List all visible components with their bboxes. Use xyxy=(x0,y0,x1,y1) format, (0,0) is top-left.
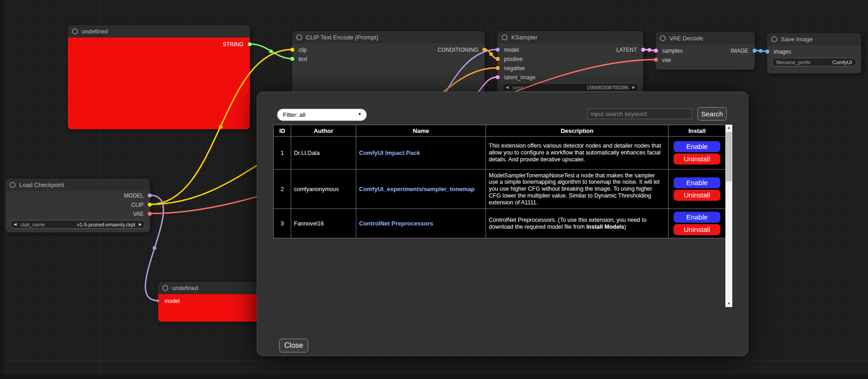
input-slot-label: text xyxy=(299,55,307,64)
enable-button[interactable]: Enable xyxy=(674,212,720,223)
extension-manager-dialog: Filter: all ▼ Search ID Author Name Desc… xyxy=(257,92,748,356)
filter-select[interactable]: Filter: all xyxy=(277,109,367,121)
wire-midpoint-dot xyxy=(153,246,156,250)
search-button[interactable]: Search xyxy=(697,107,727,121)
input-slot-label: vae xyxy=(662,55,671,65)
canvas-axis-horizontal xyxy=(4,361,868,361)
wire-midpoint-dot xyxy=(269,49,273,53)
node-title-bar[interactable]: Save Image xyxy=(767,33,861,45)
node-title: undefined xyxy=(82,28,108,35)
collapse-dot-icon[interactable] xyxy=(296,34,302,40)
node-undefined-top[interactable]: undefined STRING xyxy=(68,25,250,129)
input-pin-latent-image[interactable] xyxy=(496,75,500,79)
collapse-dot-icon[interactable] xyxy=(72,28,78,34)
table-row: 3 Fannovel16 ControlNet Preprocessors Co… xyxy=(274,209,726,238)
enable-button[interactable]: Enable xyxy=(674,141,720,152)
node-ksampler[interactable]: KSampler model positive negative latent_… xyxy=(498,31,643,95)
input-pin-positive[interactable] xyxy=(496,57,500,61)
wire-string-to-text xyxy=(250,44,292,59)
node-title-bar[interactable]: VAE Decode xyxy=(656,32,755,44)
node-load-checkpoint[interactable]: Load Checkpoint MODEL CLIP VAE ◀ ckpt_na… xyxy=(6,179,150,232)
filename-prefix-widget[interactable]: filename_prefix ComfyUI xyxy=(772,58,857,66)
input-pin-vae[interactable] xyxy=(654,58,658,62)
column-header-author: Author xyxy=(291,125,356,137)
collapse-dot-icon[interactable] xyxy=(660,35,666,41)
table-row: 2 comfyanonymous ComfyUI_experiments/sam… xyxy=(274,170,726,209)
node-title-bar[interactable]: CLIP Text Encode (Prompt) xyxy=(292,31,485,44)
input-slot-label: latent_image xyxy=(504,73,536,82)
previous-arrow-icon[interactable]: ◀ xyxy=(14,220,17,228)
node-body: images filename_prefix ComfyUI xyxy=(767,45,861,73)
column-header-description: Description xyxy=(486,125,669,137)
table-header-row: ID Author Name Description Install xyxy=(274,125,726,137)
node-title-bar[interactable]: KSampler xyxy=(498,31,643,44)
scrollbar-thumb[interactable] xyxy=(726,132,732,181)
input-pin-images[interactable] xyxy=(765,49,769,54)
widget-value: v1-5-pruned-emaonly.ckpt xyxy=(77,222,135,227)
output-slot-label: CLIP xyxy=(131,200,144,209)
ckpt-name-widget[interactable]: ◀ ckpt_name v1-5-pruned-emaonly.ckpt ▶ xyxy=(10,220,145,229)
node-title: undefined xyxy=(172,285,198,291)
output-pin-conditioning[interactable] xyxy=(482,48,487,52)
collapse-dot-icon[interactable] xyxy=(502,34,508,40)
node-body: model xyxy=(158,294,268,322)
uninstall-button[interactable]: Uninstall xyxy=(674,190,720,201)
canvas-edge-left xyxy=(0,0,4,379)
widget-value: 156680208700286 xyxy=(586,85,629,90)
input-slot-label: model xyxy=(165,297,180,306)
uninstall-button[interactable]: Uninstall xyxy=(674,224,720,235)
collapse-dot-icon[interactable] xyxy=(771,36,777,42)
enable-button[interactable]: Enable xyxy=(674,177,720,188)
widget-value: ComfyUI xyxy=(832,60,852,65)
output-pin-image[interactable] xyxy=(752,49,757,53)
node-title-bar[interactable]: undefined xyxy=(68,25,250,38)
input-slot-label: negative xyxy=(504,64,525,73)
description-text: ) xyxy=(624,224,626,230)
extension-name-link[interactable]: ControlNet Preprocessors xyxy=(359,220,433,227)
node-title-bar[interactable]: Load Checkpoint xyxy=(6,179,150,191)
extension-author: Dr.Lt.Data xyxy=(291,137,356,170)
next-arrow-icon[interactable]: ▶ xyxy=(139,220,142,228)
collapse-dot-icon[interactable] xyxy=(162,285,168,291)
output-slot-label: MODEL xyxy=(124,191,144,200)
graph-canvas[interactable]: undefined STRING CLIP Text Encode (Promp… xyxy=(0,0,868,379)
table-scrollbar[interactable]: ▲ ▼ xyxy=(725,125,732,307)
extension-name-link[interactable]: ComfyUI Impact Pack xyxy=(359,149,420,156)
collapse-dot-icon[interactable] xyxy=(10,182,16,188)
uninstall-button[interactable]: Uninstall xyxy=(674,154,720,165)
decrement-arrow-icon[interactable]: ◀ xyxy=(506,83,509,91)
wire-midpoint-dot xyxy=(759,49,763,53)
extension-author: comfyanonymous xyxy=(291,170,356,209)
extension-description: ModelSamplerTonemapNoiseTest a node that… xyxy=(486,170,669,209)
output-pin-string[interactable] xyxy=(248,42,252,46)
node-title: VAE Decode xyxy=(669,35,703,42)
output-slot-label: LATENT xyxy=(616,45,637,55)
input-pin-model[interactable] xyxy=(156,299,160,303)
scroll-down-icon[interactable]: ▼ xyxy=(725,301,732,307)
output-pin-model[interactable] xyxy=(148,193,152,198)
node-vae-decode[interactable]: VAE Decode samples vae IMAGE xyxy=(656,32,755,70)
wire-midpoint-dot xyxy=(489,52,493,56)
node-body: clip text CONDITIONING xyxy=(292,44,485,95)
column-header-id: ID xyxy=(274,125,291,137)
extension-name-link[interactable]: ComfyUI_experiments/sampler_tonemap xyxy=(359,186,475,192)
node-clip-text-encode[interactable]: CLIP Text Encode (Prompt) clip text COND… xyxy=(292,31,485,95)
extension-table-container: ID Author Name Description Install 1 Dr.… xyxy=(273,125,732,307)
close-button[interactable]: Close xyxy=(279,339,308,352)
output-pin-latent[interactable] xyxy=(641,48,645,52)
output-pin-vae[interactable] xyxy=(148,212,152,216)
node-save-image[interactable]: Save Image images filename_prefix ComfyU… xyxy=(767,33,861,73)
node-title: Save Image xyxy=(781,36,813,43)
input-pin-text[interactable] xyxy=(290,57,294,61)
increment-arrow-icon[interactable]: ▶ xyxy=(632,83,635,91)
output-pin-clip[interactable] xyxy=(148,203,152,207)
node-title: Load Checkpoint xyxy=(19,181,64,188)
widget-label: filename_prefix xyxy=(776,60,811,65)
canvas-edge-bottom xyxy=(0,375,868,379)
scroll-up-icon[interactable]: ▲ xyxy=(725,125,732,131)
seed-widget[interactable]: ◀ seed 156680208700286 ▶ xyxy=(502,83,639,92)
search-input[interactable] xyxy=(587,109,692,119)
input-pin-negative[interactable] xyxy=(496,66,500,70)
node-undefined-bottom[interactable]: undefined model xyxy=(158,282,268,322)
node-title-bar[interactable]: undefined xyxy=(158,282,268,294)
